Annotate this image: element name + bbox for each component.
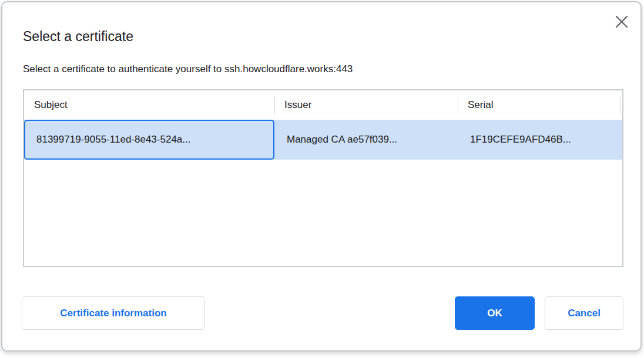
- certificate-information-button[interactable]: Certificate information: [22, 296, 205, 330]
- column-header-issuer[interactable]: Issuer: [274, 90, 458, 120]
- cell-subject[interactable]: 81399719-9055-11ed-8e43-524a...: [24, 120, 274, 160]
- cell-issuer[interactable]: Managed CA ae57f039...: [274, 120, 458, 160]
- cancel-button[interactable]: Cancel: [545, 296, 623, 330]
- cell-serial[interactable]: 1F19CEFE9AFD46B...: [458, 120, 620, 160]
- column-header-subject[interactable]: Subject: [24, 90, 274, 120]
- close-icon: [615, 15, 628, 28]
- dialog-subtitle: Select a certificate to authenticate you…: [23, 63, 353, 76]
- ok-button[interactable]: OK: [455, 296, 535, 330]
- close-button[interactable]: [612, 12, 631, 31]
- header-divider: [620, 97, 620, 114]
- certificate-table: Subject Issuer Serial 81399719-9055-11ed…: [23, 89, 623, 267]
- header-divider: [274, 97, 275, 114]
- header-divider: [458, 97, 458, 114]
- dialog-title: Select a certificate: [23, 28, 133, 45]
- table-row-certificate[interactable]: 81399719-9055-11ed-8e43-524a... Managed …: [24, 120, 622, 160]
- column-header-serial[interactable]: Serial: [458, 90, 620, 120]
- table-header-row: Subject Issuer Serial: [24, 90, 622, 120]
- certificate-select-dialog: Select a certificate Select a certificat…: [1, 1, 642, 352]
